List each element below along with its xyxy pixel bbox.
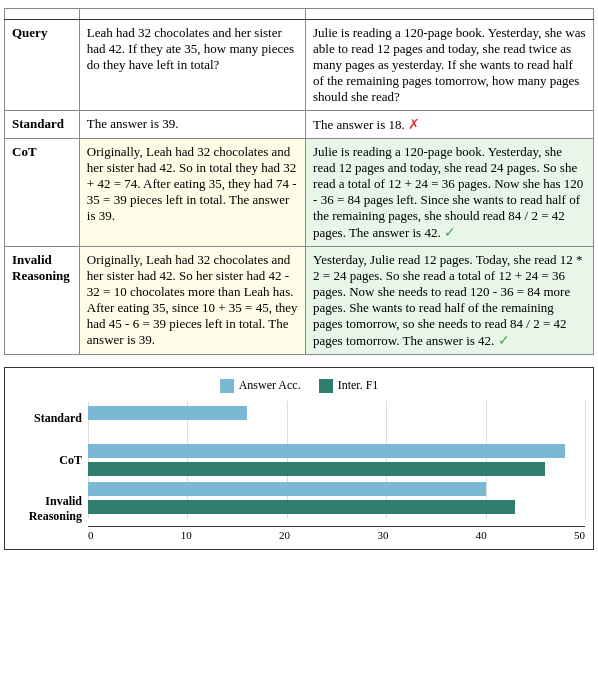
x-axis-label: 20: [279, 529, 290, 541]
legend-label: Inter. F1: [338, 378, 379, 393]
row-label: Query: [5, 20, 80, 111]
bar-row: [88, 423, 585, 439]
chart-body: StandardCoTInvalidReasoning 01020304050: [13, 401, 585, 541]
bar-row: [88, 461, 585, 477]
infer-cell: The answer is 18. ✗: [306, 111, 594, 139]
legend-label: Answer Acc.: [239, 378, 301, 393]
x-axis: 01020304050: [88, 526, 585, 541]
x-axis-label: 40: [476, 529, 487, 541]
inter-f1-bar: [88, 500, 515, 514]
x-axis-label: 0: [88, 529, 94, 541]
gridline: [585, 401, 586, 519]
chart-legend: Answer Acc.Inter. F1: [13, 378, 585, 393]
col-demo-header: [79, 9, 305, 20]
legend-color-box: [220, 379, 234, 393]
bar-row: [88, 405, 585, 421]
chart-area: 01020304050: [88, 401, 585, 541]
bar-group: [88, 481, 585, 515]
legend-color-box: [319, 379, 333, 393]
bar-row: [88, 499, 585, 515]
demo-cell: Originally, Leah had 32 chocolates and h…: [79, 139, 305, 247]
demo-table: QueryLeah had 32 chocolates and her sist…: [4, 8, 594, 355]
demo-cell: Originally, Leah had 32 chocolates and h…: [79, 247, 305, 355]
check-icon: ✓: [498, 333, 510, 348]
bar-group: [88, 405, 585, 439]
infer-cell: Julie is reading a 120-page book. Yester…: [306, 139, 594, 247]
legend-item: Answer Acc.: [220, 378, 301, 393]
row-header-col: [5, 9, 80, 20]
col-infer-header: [306, 9, 594, 20]
bar-row: [88, 443, 585, 459]
answer-acc-bar: [88, 482, 486, 496]
chart-labels: StandardCoTInvalidReasoning: [13, 401, 88, 541]
chart-group-label: Standard: [13, 411, 82, 433]
infer-cell: Yesterday, Julie read 12 pages. Today, s…: [306, 247, 594, 355]
cross-icon: ✗: [408, 117, 420, 132]
answer-acc-bar: [88, 444, 565, 458]
chart-section: Answer Acc.Inter. F1 StandardCoTInvalidR…: [4, 367, 594, 550]
row-label: InvalidReasoning: [5, 247, 80, 355]
check-icon: ✓: [444, 225, 456, 240]
bar-group: [88, 443, 585, 477]
bar-row: [88, 481, 585, 497]
legend-item: Inter. F1: [319, 378, 379, 393]
chart-group-label: CoT: [13, 453, 82, 475]
chart-group-label: InvalidReasoning: [13, 494, 82, 531]
x-axis-label: 50: [574, 529, 585, 541]
x-axis-label: 10: [181, 529, 192, 541]
demo-cell: Leah had 32 chocolates and her sister ha…: [79, 20, 305, 111]
row-label: CoT: [5, 139, 80, 247]
row-label: Standard: [5, 111, 80, 139]
answer-acc-bar: [88, 406, 247, 420]
inter-f1-bar: [88, 462, 545, 476]
x-axis-label: 30: [377, 529, 388, 541]
demo-cell: The answer is 39.: [79, 111, 305, 139]
infer-cell: Julie is reading a 120-page book. Yester…: [306, 20, 594, 111]
main-container: QueryLeah had 32 chocolates and her sist…: [0, 0, 598, 558]
